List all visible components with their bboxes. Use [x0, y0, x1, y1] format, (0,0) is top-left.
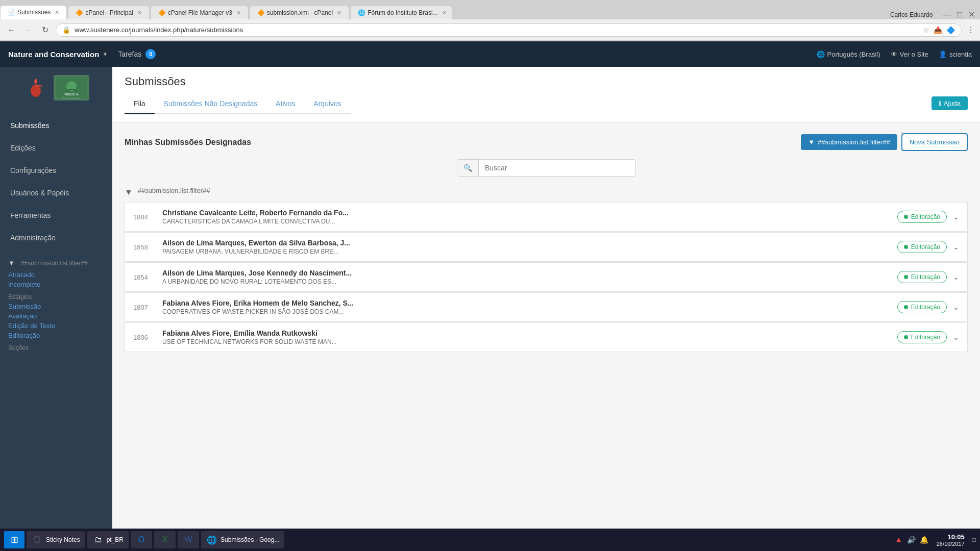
- address-bar[interactable]: 🔒 www.sustenere.co/journals/index.php/na…: [56, 23, 962, 37]
- tab-submissoes[interactable]: 📄 Submissões ✕: [0, 5, 67, 19]
- tab-arquivos[interactable]: Arquivos: [304, 94, 350, 114]
- submission-authors: Ailson de Lima Marques, Jose Kennedy do …: [162, 269, 891, 277]
- svg-text:Nature &: Nature &: [64, 92, 79, 96]
- new-submission-button[interactable]: Nova Submissão: [901, 133, 968, 151]
- menu-icon[interactable]: ⋮: [967, 25, 975, 35]
- brand-menu[interactable]: Nature and Conservation ▼: [8, 50, 108, 59]
- status-dot: [904, 245, 908, 249]
- taskbar-excel[interactable]: X: [154, 531, 176, 548]
- extension-icon[interactable]: 🔷: [946, 26, 955, 34]
- sidebar-nav: Submissões Edições Configurações Usuário…: [0, 109, 112, 254]
- tab-nao-designadas[interactable]: Submissões Não Designadas: [155, 94, 267, 114]
- user-menu[interactable]: 👤 scientia: [939, 51, 972, 58]
- expand-button[interactable]: ⌄: [953, 303, 959, 311]
- sidebar-item-submissoes[interactable]: Submissões: [0, 114, 112, 137]
- status-badge: Editoração: [897, 241, 947, 253]
- language-selector[interactable]: 🌐 Português (Brasil): [817, 51, 880, 58]
- browser-chrome: 📄 Submissões ✕ 🔶 cPanel - Principal ✕ 🔶 …: [0, 0, 980, 41]
- tab-forum[interactable]: 🌐 Fórum do Instituto Brasi... ✕: [350, 6, 452, 19]
- expand-button[interactable]: ⌄: [953, 273, 959, 281]
- back-button[interactable]: ←: [5, 24, 17, 36]
- start-button[interactable]: ⊞: [4, 531, 24, 548]
- taskbar-word[interactable]: W: [178, 531, 199, 548]
- filter-button[interactable]: ▼ ##submission.list.filter##: [801, 134, 897, 150]
- tab-label-cpanel: cPanel - Principal: [85, 9, 133, 16]
- user-icon: 👤: [939, 51, 947, 58]
- submissions-area: Minhas Submissões Designadas ▼ ##submiss…: [112, 123, 980, 363]
- filter-link-atrasado[interactable]: Atrasado: [8, 271, 104, 279]
- active-filter-icon: ▼: [125, 188, 133, 197]
- tab-icon-doc: 📄: [8, 9, 15, 16]
- active-filter-tag: ##submission.list.filter##: [138, 187, 210, 194]
- filter-link-incompleto[interactable]: Incompleto: [8, 281, 104, 288]
- refresh-button[interactable]: ↻: [40, 24, 51, 36]
- tab-ativos[interactable]: Ativos: [266, 94, 304, 114]
- submission-content: Ailson de Lima Marques, Jose Kennedy do …: [156, 269, 897, 285]
- forward-button[interactable]: →: [22, 24, 35, 36]
- close-button[interactable]: ✕: [968, 10, 975, 19]
- filter-stage-avaliacao[interactable]: Avaliação: [8, 312, 104, 320]
- filter-stage-edicao-texto[interactable]: Edição de Texto: [8, 322, 104, 330]
- globe-icon: 🌐: [817, 51, 825, 58]
- submission-title: PAISAGEM URBANA, VULNERABILIDADE E RISCO…: [162, 248, 891, 255]
- taskbar-pt-br[interactable]: 🗂 pt_BR: [87, 531, 129, 548]
- submission-title: USE OF TECHNICAL NETWORKS FOR SOLID WAST…: [162, 338, 891, 345]
- tab-submission-xml[interactable]: 🔶 submission.xml - cPanel ✕: [250, 6, 349, 19]
- tab-close-submissoes[interactable]: ✕: [55, 9, 59, 16]
- ver-site-link[interactable]: 👁 Ver o Site: [891, 51, 928, 58]
- word-icon: W: [183, 534, 194, 545]
- browser-user-name: Carlos Eduardo: [890, 11, 933, 18]
- status-label: Editoração: [911, 334, 940, 341]
- status-badge: Editoração: [897, 271, 947, 283]
- filter-stages-label: Estágios: [8, 293, 104, 300]
- tab-close-forum[interactable]: ✕: [442, 10, 447, 16]
- current-time: 10:05: [937, 533, 965, 541]
- tasks-badge: 0: [145, 49, 156, 59]
- filter-stage-submissao[interactable]: Submissão: [8, 303, 104, 310]
- sustenere-logo-svg: [24, 77, 47, 99]
- sidebar-item-configuracoes[interactable]: Configurações: [0, 159, 112, 182]
- sidebar-item-edicoes[interactable]: Edições: [0, 137, 112, 159]
- tab-close-fm[interactable]: ✕: [236, 10, 241, 16]
- ptbr-icon: 🗂: [92, 534, 104, 545]
- tab-cpanel-fm[interactable]: 🔶 cPanel File Manager v3 ✕: [151, 6, 249, 19]
- show-desktop-button[interactable]: □: [969, 536, 976, 543]
- chrome-icon: 🌐: [206, 534, 217, 545]
- sidebar-item-usuarios[interactable]: Usuários & Papéis: [0, 182, 112, 204]
- tasks-menu[interactable]: Tarefas 0: [118, 49, 156, 59]
- search-button[interactable]: 🔍: [457, 160, 479, 176]
- table-row: 1858 Ailson de Lima Marques, Ewerton da …: [125, 232, 968, 262]
- cast-icon[interactable]: 📤: [934, 26, 942, 34]
- tab-label-fm: cPanel File Manager v3: [168, 9, 232, 16]
- taskbar-outlook[interactable]: O: [131, 531, 152, 548]
- help-button[interactable]: ℹ Ajuda: [932, 96, 968, 110]
- tab-close-cpanel[interactable]: ✕: [137, 10, 142, 16]
- top-nav-right: 🌐 Português (Brasil) 👁 Ver o Site 👤 scie…: [817, 51, 972, 58]
- content-header: Submissões Fila Submissões Não Designada…: [112, 67, 980, 123]
- taskbar-sticky-notes[interactable]: 🗒 Sticky Notes: [27, 531, 85, 548]
- address-bar-actions: ☆ 📤 🔷: [923, 26, 955, 34]
- submission-content: Fabiana Alves Fiore, Erika Homem de Melo…: [156, 299, 897, 315]
- tabs-bar: Fila Submissões Não Designadas Ativos Ar…: [125, 94, 351, 114]
- table-row: 1854 Ailson de Lima Marques, Jose Kenned…: [125, 262, 968, 292]
- tab-fila[interactable]: Fila: [125, 94, 155, 114]
- expand-button[interactable]: ⌄: [953, 213, 959, 221]
- submission-authors: Ailson de Lima Marques, Ewerton da Silva…: [162, 239, 891, 247]
- taskbar-right: 🔺 🔊 🔔 10:05 26/10/2017 □: [890, 533, 976, 547]
- tab-cpanel-principal[interactable]: 🔶 cPanel - Principal ✕: [68, 6, 149, 19]
- bookmark-icon[interactable]: ☆: [923, 26, 929, 34]
- maximize-button[interactable]: □: [957, 10, 962, 19]
- tab-close-xml[interactable]: ✕: [337, 10, 341, 16]
- taskbar-clock: 10:05 26/10/2017: [937, 533, 965, 547]
- sidebar-item-administracao[interactable]: Administração: [0, 227, 112, 249]
- search-input[interactable]: [479, 160, 635, 176]
- expand-button[interactable]: ⌄: [953, 333, 959, 341]
- current-date: 26/10/2017: [937, 541, 965, 547]
- taskbar-chrome[interactable]: 🌐 Submissões - Goog...: [201, 531, 284, 548]
- sidebar-item-ferramentas[interactable]: Ferramentas: [0, 204, 112, 227]
- window-controls[interactable]: — □ ✕: [943, 10, 975, 19]
- minimize-button[interactable]: —: [943, 10, 951, 19]
- filter-label: ##submission.list.filter##: [21, 260, 88, 267]
- expand-button[interactable]: ⌄: [953, 243, 959, 251]
- filter-stage-editoracao[interactable]: Editoração: [8, 332, 104, 339]
